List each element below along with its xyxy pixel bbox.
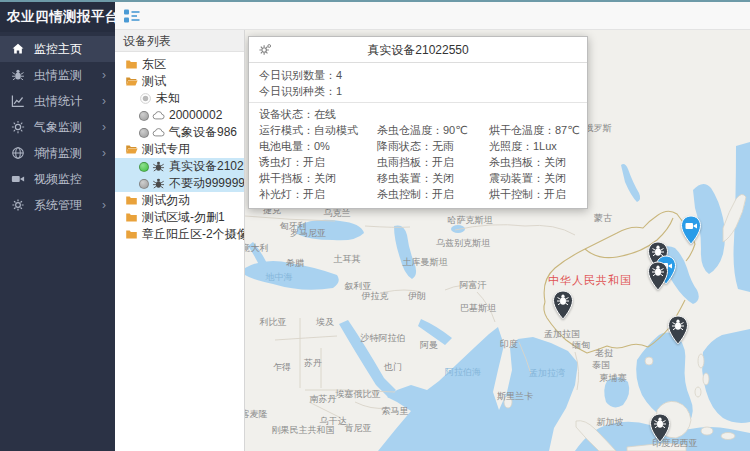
tree-device[interactable]: 不要动99999999 bbox=[115, 175, 244, 192]
map-country-label: 喀麦隆 bbox=[245, 408, 268, 421]
popup-grid-cell: 虫雨挡板：开启 bbox=[377, 154, 489, 170]
tree-folder[interactable]: 东区 bbox=[115, 56, 244, 73]
device-tree: 东区测试未知20000002气象设备986测试专用真实设备21022550不要动… bbox=[115, 52, 244, 243]
tree-folder[interactable]: 测试 bbox=[115, 73, 244, 90]
sidebar-item-label: 系统管理 bbox=[34, 198, 82, 212]
popup-grid-cell: 烘干控制：开启 bbox=[489, 186, 580, 202]
sidebar-item-1[interactable]: 监控主页 bbox=[0, 36, 115, 62]
map-country-label: 斯里兰卡 bbox=[497, 390, 533, 403]
map-country-label: 伊拉克 bbox=[362, 290, 389, 303]
sidebar-item-7[interactable]: 系统管理› bbox=[0, 192, 115, 218]
tree-item-label: 测试 bbox=[142, 73, 166, 90]
unknown-device-icon bbox=[139, 92, 152, 105]
tree-device[interactable]: 20000002 bbox=[115, 107, 244, 124]
camera-marker-pin[interactable] bbox=[680, 215, 702, 245]
sidebar-item-4[interactable]: 气象监测› bbox=[0, 114, 115, 140]
sidebar-menu: 监控主页虫情监测›虫情统计›气象监测›墒情监测›视频监控系统管理› bbox=[0, 32, 115, 218]
bug-device-icon bbox=[152, 160, 165, 173]
map-country-label: 乌兹别克斯坦 bbox=[436, 237, 490, 250]
map-country-label: 柬埔寨 bbox=[600, 372, 627, 385]
map-country-label: 沙特阿拉伯 bbox=[361, 332, 406, 345]
map-country-label: 阿富汗 bbox=[460, 279, 487, 292]
chevron-right-icon: › bbox=[102, 88, 106, 114]
bug-device-marker-pin[interactable] bbox=[649, 413, 671, 443]
bug-device-marker-pin[interactable] bbox=[667, 315, 689, 345]
popup-grid-cell: 诱虫灯：开启 bbox=[259, 154, 377, 170]
map-country-label: 苏丹 bbox=[304, 357, 322, 370]
popup-grid-cell: 烘干仓温度：87℃ bbox=[489, 122, 580, 138]
popup-grid-cell: 震动装置：关闭 bbox=[489, 170, 580, 186]
map-country-label: 埃塞俄比亚 bbox=[336, 388, 381, 401]
status-dot-online bbox=[139, 162, 149, 172]
popup-grid-cell: 杀虫控制：开启 bbox=[377, 186, 489, 202]
sidebar: 农业四情测报平台 监控主页虫情监测›虫情统计›气象监测›墒情监测›视频监控系统管… bbox=[0, 0, 115, 451]
sidebar-item-2[interactable]: 虫情监测› bbox=[0, 62, 115, 88]
popup-grid-cell: 降雨状态：无雨 bbox=[377, 138, 489, 154]
map-china-label: 中华人民共和国 bbox=[548, 273, 632, 288]
top-header bbox=[115, 2, 750, 30]
sidebar-item-label: 气象监测 bbox=[34, 120, 82, 134]
sidebar-item-6[interactable]: 视频监控 bbox=[0, 166, 115, 192]
map-water-label: 阿拉伯海 bbox=[445, 366, 481, 379]
folder-closed-icon bbox=[125, 58, 138, 71]
tree-item-label: 章丘阳丘区-2个摄像头 bbox=[142, 226, 244, 243]
tree-device[interactable]: 真实设备21022550 bbox=[115, 158, 244, 175]
gear-icon bbox=[11, 198, 25, 212]
tree-folder[interactable]: 测试勿动 bbox=[115, 192, 244, 209]
settings-gear-icon[interactable] bbox=[258, 43, 272, 57]
map-country-label: 希腊 bbox=[286, 257, 304, 270]
popup-grid-cell: 杀虫仓温度：90℃ bbox=[377, 122, 489, 138]
map-country-label: 南苏丹 bbox=[310, 393, 337, 406]
top-accent-bar bbox=[0, 0, 750, 2]
tree-folder[interactable]: 章丘阳丘区-2个摄像头 bbox=[115, 226, 244, 243]
popup-detail-grid: 运行模式：自动模式杀虫仓温度：90℃烘干仓温度：87℃电池电量：0%降雨状态：无… bbox=[249, 122, 587, 208]
map-country-label: 阿曼 bbox=[420, 339, 438, 352]
folder-open-icon bbox=[125, 143, 138, 156]
tree-item-label: 测试区域-勿删1 bbox=[142, 209, 225, 226]
map-country-label: 土耳其 bbox=[334, 253, 361, 266]
map-country-label: 意大利 bbox=[245, 242, 269, 255]
popup-header: 真实设备21022550 bbox=[249, 37, 587, 63]
tree-device[interactable]: 气象设备986 bbox=[115, 124, 244, 141]
sidebar-item-label: 视频监控 bbox=[34, 172, 82, 186]
bug-icon bbox=[11, 68, 25, 82]
map-country-label: 肯尼亚 bbox=[345, 422, 372, 435]
tree-device[interactable]: 未知 bbox=[115, 90, 244, 107]
folder-closed-icon bbox=[125, 211, 138, 224]
sidebar-item-label: 虫情统计 bbox=[34, 94, 82, 108]
chevron-right-icon: › bbox=[102, 62, 106, 88]
device-info-popup: 真实设备21022550 今日识别数量：4今日识别种类：1 设备状态：在线 运行… bbox=[248, 36, 588, 209]
tree-folder[interactable]: 测试专用 bbox=[115, 141, 244, 158]
folder-open-icon bbox=[125, 75, 138, 88]
popup-grid-cell: 杀虫挡板：关闭 bbox=[489, 154, 580, 170]
tree-folder[interactable]: 测试区域-勿删1 bbox=[115, 209, 244, 226]
bug-device-marker-pin[interactable] bbox=[552, 290, 574, 320]
map-country-label: 也门 bbox=[384, 361, 402, 374]
sidebar-item-5[interactable]: 墒情监测› bbox=[0, 140, 115, 166]
map-water-label: 孟加拉湾 bbox=[529, 367, 565, 380]
tree-item-label: 气象设备986 bbox=[169, 124, 237, 141]
status-dot-offline bbox=[139, 111, 149, 121]
folder-closed-icon bbox=[125, 194, 138, 207]
video-icon bbox=[11, 172, 25, 186]
popup-grid-cell: 运行模式：自动模式 bbox=[259, 122, 377, 138]
app-title: 农业四情测报平台 bbox=[0, 0, 115, 32]
bug-device-marker-pin[interactable] bbox=[647, 261, 669, 291]
sidebar-item-3[interactable]: 虫情统计› bbox=[0, 88, 115, 114]
weather-device-icon bbox=[152, 126, 165, 139]
chevron-right-icon: › bbox=[102, 140, 106, 166]
app-root: 农业四情测报平台 监控主页虫情监测›虫情统计›气象监测›墒情监测›视频监控系统管… bbox=[0, 0, 750, 451]
bug-device-icon bbox=[152, 177, 165, 190]
tree-item-label: 20000002 bbox=[169, 107, 222, 124]
tree-item-label: 东区 bbox=[142, 56, 166, 73]
map-country-label: 乍得 bbox=[273, 361, 291, 374]
popup-grid-cell: 补光灯：开启 bbox=[259, 186, 377, 202]
map-canvas[interactable]: 俄罗斯蒙古中华人民共和国哈萨克斯坦捷克乌克兰匈牙利罗马尼亚意大利希腊土耳其地中海… bbox=[245, 30, 750, 451]
device-panel-title: 设备列表 bbox=[115, 30, 244, 52]
tree-item-label: 不要动99999999 bbox=[169, 175, 244, 192]
chevron-right-icon: › bbox=[102, 192, 106, 218]
globe-icon bbox=[11, 146, 25, 160]
tree-toggle-icon[interactable] bbox=[123, 7, 141, 25]
popup-title: 真实设备21022550 bbox=[367, 43, 468, 57]
popup-grid-cell: 移虫装置：关闭 bbox=[377, 170, 489, 186]
